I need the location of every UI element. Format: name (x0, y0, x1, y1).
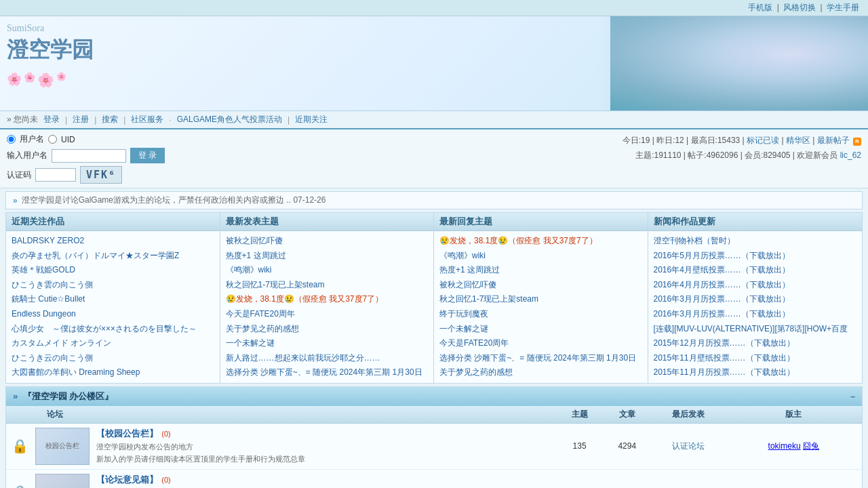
forum-title-link-1[interactable]: 【校园公告栏】 (96, 428, 158, 439)
new-count-1: (0) (161, 430, 170, 438)
reply-link[interactable]: 一个未解之谜 (439, 322, 642, 337)
search-link[interactable]: 搜索 (102, 114, 118, 125)
forum-announcement: » 澄空学园是讨论GalGame游戏为主的论坛，严禁任何政治相关内容或擦边 ..… (5, 191, 863, 209)
recent-works-section: 近期关注作品 BALDRSKY ZERO2 炎の孕ませ乳（バイ）ドルマイ★スター… (6, 213, 220, 383)
work-link[interactable]: 炎の孕ませ乳（バイ）ドルマイ★スター学園Z (12, 249, 214, 264)
work-link[interactable]: ひこうき雲の向こう側 (12, 278, 214, 293)
recent-replies-header: 最新回复主题 (434, 213, 648, 231)
login-button[interactable]: 登 录 (130, 148, 165, 163)
news-link[interactable]: 2015年11月壁纸投票……（下载放出） (654, 351, 857, 366)
news-link[interactable]: 2016年3月月历投票……（下载放出） (654, 307, 857, 322)
post-link[interactable]: 选择分类 沙雕下蛋~、= 随便玩 2024年第三期 1月30日 (226, 365, 429, 380)
forum-icon-1: 校园公告栏 (35, 428, 90, 465)
login-area: 用户名 UID 输入用户名 登 录 认证码 VFK⁶ 今日:19 | 昨日:12… (0, 129, 868, 188)
post-link[interactable]: 今天是FATE20周年 (226, 307, 429, 322)
forum-info-cell-2: 🔒 意见箱 【论坛意见箱】 (0) 本意见箱接收任何关于论坛的意见,建议,活动提… (6, 469, 557, 488)
topics-count-2: 213 (557, 469, 603, 488)
username-input[interactable] (52, 149, 126, 163)
work-link[interactable]: カスタムメイド オンライン (12, 336, 214, 351)
recent-posts-header: 最新发表主题 (220, 213, 434, 231)
radio-username-label: 用户名 (20, 134, 44, 145)
announce-text: 澄空学园是讨论GalGame游戏为主的论坛，严禁任何政治相关内容或擦边 .. 0… (22, 195, 326, 206)
posts-count-1: 4294 (603, 423, 652, 469)
reply-link[interactable]: 热度+1 这周跳过 (439, 263, 642, 278)
news-link[interactable]: [连载][MUV-LUV(ALTERNATIVE)][第78话][HOW+百度 (654, 322, 857, 337)
reply-link[interactable]: 秋之回忆1-7现已上架steam (439, 292, 642, 307)
community-link[interactable]: 社区服务 (131, 114, 163, 125)
post-link[interactable]: 《鸣潮》wiki (226, 263, 429, 278)
forum-block: » 『澄空学园 办公楼区』 – 论坛 主题 文章 最后发表 版主 (5, 386, 863, 488)
reply-link[interactable]: 关于梦见之药的感想 (439, 365, 642, 380)
reply-link[interactable]: 今天是FATE20周年 (439, 336, 642, 351)
news-link[interactable]: 2016年4月月历投票……（下载放出） (654, 278, 857, 293)
post-link[interactable]: 新人路过……想起来以前我玩沙耶之分…… (226, 351, 429, 366)
work-link[interactable]: 心填少女 ～僕は彼女が×××されるのを目撃した～ (12, 322, 214, 337)
news-link[interactable]: 2015年12月月历投票……（下载放出） (654, 336, 857, 351)
table-row: 🔒 意见箱 【论坛意见箱】 (0) 本意见箱接收任何关于论坛的意见,建议,活动提… (6, 469, 862, 488)
login-link[interactable]: 登录 (43, 114, 60, 125)
work-link[interactable]: Endless Dungeon (12, 307, 214, 322)
last-post-2: 认证论坛 (652, 469, 726, 488)
post-link[interactable]: 被秋之回忆吓傻 (226, 234, 429, 249)
post-link[interactable]: 一个未解之谜 (226, 336, 429, 351)
forum-info-cell: 🔒 校园公告栏 【校园公告栏】 (0) 澄空学园校内发布公告的地方 新加入的学员… (6, 423, 557, 469)
forum-title-link-2[interactable]: 【论坛意见箱】 (96, 474, 158, 485)
forum-block-title-link[interactable]: 『澄空学园 办公楼区』 (23, 391, 114, 401)
main-nav: » 您尚未 登录 | 注册 | 搜索 | 社区服务 · GALGAME角色人气投… (0, 111, 868, 129)
mod-link-1a[interactable]: tokimeku (768, 441, 801, 451)
lock-icon-2: 🔒 (12, 484, 28, 488)
recent-posts-body: 被秋之回忆吓傻 热度+1 这周跳过 《鸣潮》wiki 秋之回忆1-7现已上架st… (220, 231, 434, 383)
moderators-1: tokimeku 囧兔 (726, 423, 862, 469)
site-header: SumiSora 澄空学园 🌸 🌸 🌸 🌸 (0, 16, 868, 111)
work-link[interactable]: ひこうき云の向こう側 (12, 351, 214, 366)
student-handbook-link[interactable]: 学生手册 (827, 3, 859, 12)
new-member-link[interactable]: lic_62 (840, 150, 861, 160)
post-link[interactable]: 关于梦见之药的感想 (226, 322, 429, 337)
work-link[interactable]: 大図書館の羊飼い Dreaming Sheep (12, 365, 214, 380)
nav-prefix: » 您尚未 (7, 114, 38, 125)
captcha-input[interactable] (35, 168, 76, 182)
captcha-image: VFK⁶ (80, 166, 122, 184)
mobile-link[interactable]: 手机版 (748, 3, 772, 12)
galgame-vote-link[interactable]: GALGAME角色人气投票活动 (177, 114, 282, 125)
site-logo: SumiSora 澄空学园 🌸 🌸 🌸 🌸 (7, 23, 94, 88)
content-grid: 近期关注作品 BALDRSKY ZERO2 炎の孕ませ乳（バイ）ドルマイ★スター… (5, 212, 863, 384)
col-posts: 文章 (603, 406, 652, 424)
username-label: 输入用户名 (7, 150, 47, 161)
radio-uid[interactable] (48, 135, 57, 144)
news-link[interactable]: 澄空刊物补档（暂时） (654, 234, 857, 249)
mark-read-link[interactable]: 标记已读 (747, 136, 779, 145)
work-link[interactable]: BALDRSKY ZERO2 (12, 234, 214, 249)
latest-posts-link[interactable]: 最新帖子 (817, 136, 850, 145)
reply-link[interactable]: 选择分类 沙雕下蛋~、= 随便玩 2024年第三期 1月30日 (439, 351, 642, 366)
news-link[interactable]: 2016年5月月历投票……（下载放出） (654, 249, 857, 264)
post-link[interactable]: 秋之回忆1-7现已上架steam (226, 278, 429, 293)
last-post-link-1[interactable]: 认证论坛 (672, 441, 705, 451)
work-link[interactable]: 銃騎士 Cutie☆Bullet (12, 292, 214, 307)
news-link[interactable]: 2016年3月月历投票……（下载放出） (654, 292, 857, 307)
featured-link[interactable]: 精华区 (786, 136, 810, 145)
reply-link[interactable]: 终于玩到魔夜 (439, 307, 642, 322)
mod-link-1b[interactable]: 囧兔 (803, 441, 819, 451)
forum-icon-2: 意见箱 (35, 474, 90, 488)
posts-count-2: 1888 (603, 469, 652, 488)
radio-username[interactable] (7, 135, 16, 144)
register-link[interactable]: 注册 (73, 114, 89, 125)
recent-attention-link[interactable]: 近期关注 (295, 114, 328, 125)
news-link[interactable]: 2015年11月月历投票……（下载放出） (654, 365, 857, 380)
news-link[interactable]: 2016年4月壁纸投票……（下载放出） (654, 263, 857, 278)
post-link[interactable]: 😢发烧，38.1度😢（假痊愈 我又37度7了） (226, 292, 429, 307)
post-link[interactable]: 热度+1 这周跳过 (226, 249, 429, 264)
forum-desc-1b: 新加入的学员请仔细阅读本区置顶里的学生手册和行为规范总章 (96, 453, 305, 465)
style-switch-link[interactable]: 风格切换 (783, 3, 816, 12)
recent-replies-body: 😢发烧，38.1度😢（假痊愈 我又37度7了） 《鸣潮》wiki 热度+1 这周… (434, 231, 648, 383)
col-topics: 主题 (557, 406, 603, 424)
moderators-2: linzy ぁ 记忆つ羽い (726, 469, 862, 488)
reply-link[interactable]: 被秋之回忆吓傻 (439, 278, 642, 293)
work-link[interactable]: 英雄＊戦姫GOLD (12, 263, 214, 278)
recent-replies-section: 最新回复主题 😢发烧，38.1度😢（假痊愈 我又37度7了） 《鸣潮》wiki … (434, 213, 648, 383)
reply-link[interactable]: 😢发烧，38.1度😢（假痊愈 我又37度7了） (439, 234, 642, 249)
reply-link[interactable]: 《鸣潮》wiki (439, 249, 642, 264)
collapse-button[interactable]: – (850, 392, 855, 401)
forum-desc-1a: 澄空学园校内发布公告的地方 (96, 441, 305, 453)
